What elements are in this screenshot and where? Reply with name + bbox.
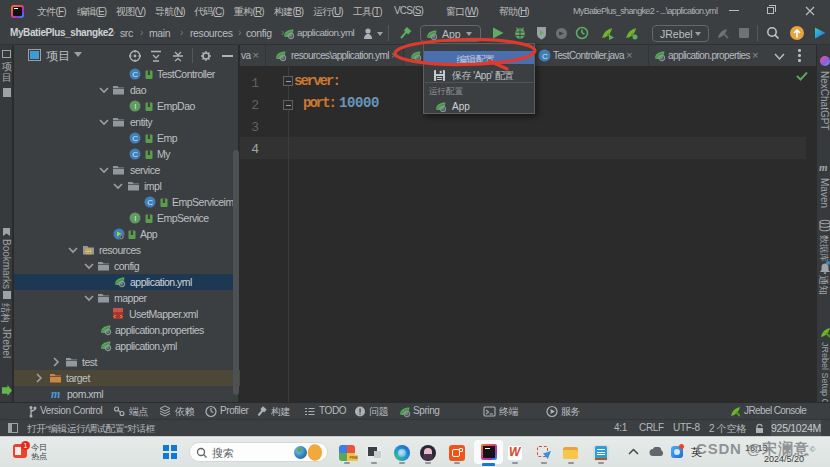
svg-text:C: C [542,52,548,61]
